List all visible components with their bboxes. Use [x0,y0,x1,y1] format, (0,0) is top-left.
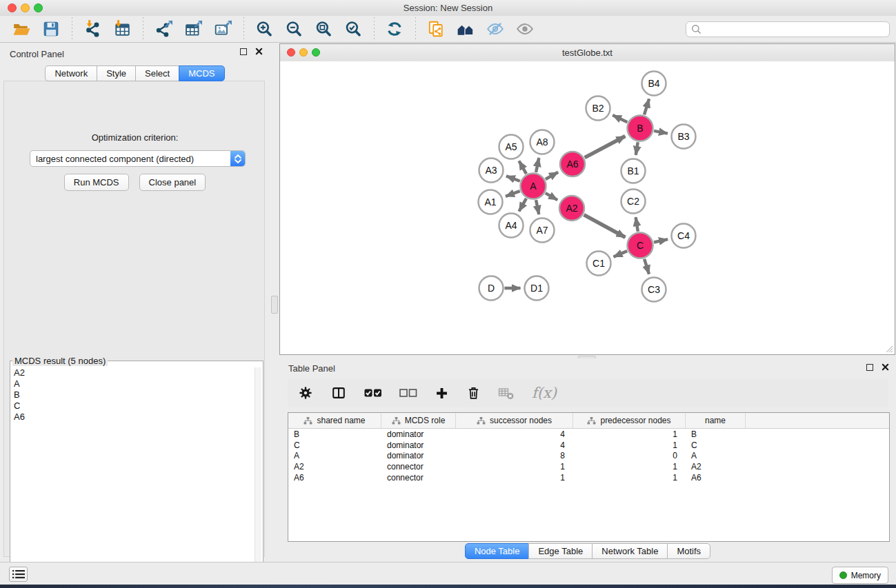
graph-node-B4[interactable]: B4 [642,72,666,96]
zoom-fit-button[interactable] [310,17,337,41]
graph-node-A8[interactable]: A8 [530,130,555,154]
table-tab-edge-table[interactable]: Edge Table [528,543,593,559]
column-header-mcds-role[interactable]: MCDS role [381,413,456,428]
vertical-split-grabber[interactable] [271,296,278,314]
graph-node-B[interactable]: B [628,116,653,141]
close-table-panel-icon[interactable] [882,363,889,371]
float-table-panel-icon[interactable] [866,364,873,371]
mcds-result-item[interactable]: A2 [14,367,263,378]
graph-edge-A-A3[interactable] [506,176,520,181]
import-network-button[interactable] [79,17,106,41]
graph-node-D[interactable]: D [479,276,504,301]
window-resize-grip[interactable] [885,345,893,353]
tab-style[interactable]: Style [97,65,136,81]
network-canvas[interactable]: AA1A2A3A4A5A6A7A8BB1B2B3B4CC1C2C3C4DD1 [280,61,895,354]
mcds-result-item[interactable]: A6 [14,412,263,423]
graph-edge-C-C1[interactable] [614,251,628,257]
table-tab-network-table[interactable]: Network Table [592,543,668,559]
column-header-predecessor-nodes[interactable]: predecessor nodes [573,413,686,428]
export-table-button[interactable] [180,17,206,41]
table-tab-node-table[interactable]: Node Table [465,543,530,559]
zoom-in-button[interactable] [251,17,277,41]
open-session-button[interactable] [8,17,34,41]
graph-node-C3[interactable]: C3 [642,278,666,302]
search-field[interactable] [686,21,890,37]
table-row[interactable]: A6connector11A6 [288,472,889,483]
close-panel-button[interactable]: Close panel [139,174,206,191]
graph-edge-A-A2[interactable] [546,193,557,200]
graph-edge-B-B3[interactable] [654,131,668,134]
graph-edge-C-C3[interactable] [644,259,649,274]
graph-node-C4[interactable]: C4 [672,224,696,248]
mcds-result-item[interactable]: B [14,389,263,401]
graph-node-A5[interactable]: A5 [499,135,524,159]
graph-node-D1[interactable]: D1 [525,276,549,301]
mcds-result-item[interactable]: A [14,378,263,389]
show-columns-button[interactable] [330,385,347,401]
import-table-button[interactable] [109,17,135,41]
tab-mcds[interactable]: MCDS [179,65,224,81]
graph-edge-A-A1[interactable] [506,191,520,196]
home-button[interactable] [452,17,479,41]
graph-node-A6[interactable]: A6 [560,152,585,176]
zoom-out-button[interactable] [281,17,307,41]
export-image-button[interactable] [210,17,236,41]
graph-node-A7[interactable]: A7 [530,219,555,243]
graph-node-A3[interactable]: A3 [479,159,504,183]
table-row[interactable]: Adominator80A [288,451,889,462]
deselect-all-button[interactable] [399,387,417,398]
graph-node-A[interactable]: A [521,174,546,199]
zoom-selected-button[interactable] [340,17,366,41]
tab-network[interactable]: Network [45,65,97,81]
column-header-name[interactable]: name [686,413,746,428]
graph-edge-C-C2[interactable] [636,217,638,232]
graph-node-A1[interactable]: A1 [479,190,503,214]
graph-node-B3[interactable]: B3 [672,125,696,149]
table-settings-button[interactable] [298,385,313,401]
table-row[interactable]: Bdominator41B [288,429,889,440]
delete-column-button[interactable] [466,385,481,401]
mcds-result-item[interactable]: C [14,401,263,412]
graph-node-B2[interactable]: B2 [586,97,610,121]
column-header-shared-name[interactable]: shared name [288,413,381,428]
table-tab-motifs[interactable]: Motifs [667,543,710,559]
graph-node-C1[interactable]: C1 [587,252,611,276]
add-column-button[interactable] [435,386,449,401]
show-all-button[interactable] [512,17,538,41]
optimization-criterion-dropdown[interactable]: largest connected component (directed) [30,150,246,167]
graph-edge-A6-B[interactable] [585,136,626,157]
graph-node-A4[interactable]: A4 [499,214,524,238]
search-input[interactable] [705,23,889,35]
export-network-button[interactable] [150,17,177,41]
result-scrollbar[interactable] [255,367,261,588]
column-header-successor-nodes[interactable]: successor nodes [456,413,573,428]
network-window-titlebar[interactable]: testGlobe.txt [280,44,895,62]
graph-edge-A-A6[interactable] [546,172,558,179]
table-row[interactable]: Cdominator41C [288,440,889,451]
select-all-button[interactable] [364,387,382,398]
hide-selected-button[interactable] [482,17,508,41]
graph-edge-A-A4[interactable] [519,199,526,212]
close-panel-icon[interactable] [255,48,263,55]
graph-node-B1[interactable]: B1 [621,159,646,183]
graph-edge-A-A5[interactable] [519,161,526,174]
table-row[interactable]: A2connector11A2 [288,461,889,472]
graph-edge-B-B2[interactable] [613,115,627,122]
graph-edge-B-B4[interactable] [644,99,649,114]
graph-edge-A-A8[interactable] [536,158,539,172]
run-mcds-button[interactable]: Run MCDS [64,174,129,191]
tab-select[interactable]: Select [135,65,179,81]
graph-node-A2[interactable]: A2 [559,196,584,221]
save-session-button[interactable] [38,17,64,41]
graph-edge-B-B1[interactable] [636,142,638,155]
float-panel-icon[interactable] [240,48,247,55]
graph-node-C[interactable]: C [628,233,653,258]
graph-node-C2[interactable]: C2 [621,190,646,214]
duplicate-network-button[interactable] [423,17,449,41]
graph-edge-A-A7[interactable] [536,200,539,214]
memory-button[interactable]: Memory [832,567,888,584]
refresh-button[interactable] [381,17,408,41]
task-history-button[interactable] [9,567,28,582]
graph-edge-A2-C[interactable] [584,215,626,238]
graph-edge-C-C4[interactable] [654,239,668,242]
